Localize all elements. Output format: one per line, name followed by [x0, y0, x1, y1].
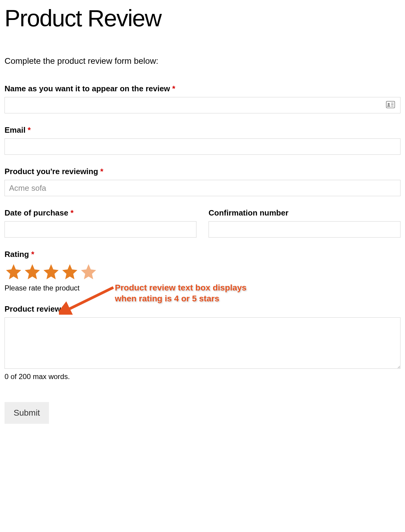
required-mark: * — [28, 125, 31, 135]
date-input[interactable] — [5, 221, 196, 238]
svg-point-1 — [388, 103, 390, 105]
review-label: Product review — [5, 304, 400, 314]
star-icon[interactable] — [61, 263, 79, 281]
email-input[interactable] — [5, 138, 400, 155]
submit-button[interactable]: Submit — [5, 402, 49, 424]
name-input[interactable] — [5, 97, 400, 113]
star-icon[interactable] — [42, 263, 60, 281]
contact-card-icon — [386, 101, 395, 109]
rating-helper: Please rate the product — [5, 284, 400, 292]
page-title: Product Review — [5, 5, 400, 32]
date-label: Date of purchase * — [5, 208, 196, 218]
required-mark: * — [31, 250, 34, 259]
intro-text: Complete the product review form below: — [5, 56, 400, 66]
star-icon[interactable] — [23, 263, 41, 281]
required-mark: * — [70, 208, 73, 217]
word-count: 0 of 200 max words. — [5, 372, 400, 381]
rating-stars — [5, 263, 400, 281]
rating-label: Rating * — [5, 250, 400, 259]
star-icon[interactable] — [79, 263, 98, 281]
review-textarea[interactable] — [5, 317, 400, 369]
confirmation-input[interactable] — [209, 221, 400, 238]
product-input[interactable] — [5, 180, 400, 196]
required-mark: * — [100, 167, 103, 176]
required-mark: * — [172, 84, 175, 93]
email-label: Email * — [5, 125, 400, 135]
product-label: Product you're reviewing * — [5, 167, 400, 176]
confirmation-label: Confirmation number — [209, 208, 400, 218]
name-label: Name as you want it to appear on the rev… — [5, 84, 400, 93]
star-icon[interactable] — [5, 263, 23, 281]
